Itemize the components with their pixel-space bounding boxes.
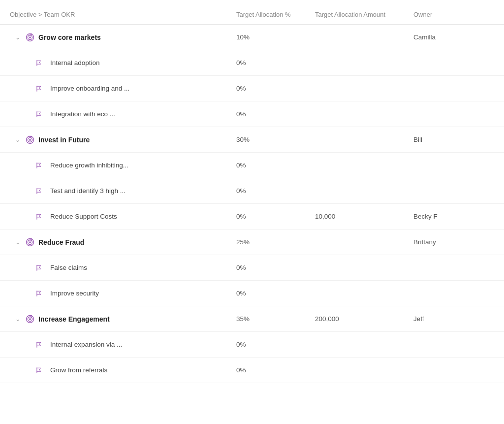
- kr-label: Grow from referrals: [50, 366, 107, 374]
- kr-flag-icon: [35, 111, 42, 118]
- header-objective: Objective > Team OKR: [10, 11, 236, 18]
- alloc-amount-cell: [315, 107, 413, 121]
- kr-flag-icon: [35, 188, 42, 195]
- kr-name-cell: Internal adoption: [10, 52, 236, 73]
- svg-point-14: [29, 241, 31, 243]
- kr-name-cell: Internal expansion via ...: [10, 334, 236, 355]
- chevron-icon[interactable]: ⌄: [14, 239, 22, 246]
- objective-icon: [26, 315, 34, 324]
- header-owner: Owner: [413, 11, 494, 18]
- kr-label: Reduce growth inhibiting...: [50, 162, 128, 169]
- kr-name-cell: Improve security: [10, 283, 236, 304]
- objective-label: Invest in Future: [38, 136, 90, 144]
- objective-icon: [26, 135, 34, 144]
- owner-cell: Bill: [413, 129, 494, 150]
- alloc-amount-cell: [315, 363, 413, 377]
- alloc-amount-cell: [315, 82, 413, 96]
- alloc-pct-cell: 0%: [236, 359, 315, 381]
- svg-point-8: [29, 139, 31, 141]
- objective-row: ⌄ Invest in Future 30% Bill: [0, 127, 504, 153]
- kr-row: Improve security 0%: [0, 281, 504, 306]
- alloc-pct-cell: 0%: [236, 334, 315, 355]
- owner-cell: Becky F: [413, 206, 494, 227]
- alloc-amount-cell: [315, 31, 413, 44]
- kr-name-cell: Reduce growth inhibiting...: [10, 155, 236, 176]
- svg-point-2: [29, 36, 31, 38]
- chevron-icon[interactable]: ⌄: [14, 316, 22, 323]
- alloc-amount-cell: 10,000: [315, 206, 413, 227]
- kr-label: Integration with eco ...: [50, 110, 115, 118]
- kr-row: Integration with eco ... 0%: [0, 101, 504, 127]
- owner-cell: Jeff: [413, 308, 494, 329]
- objective-name-cell: ⌄ Grow core markets: [10, 26, 236, 49]
- chevron-icon[interactable]: ⌄: [14, 34, 22, 41]
- objective-label: Reduce Fraud: [38, 238, 84, 246]
- alloc-pct-cell: 0%: [236, 155, 315, 176]
- kr-name-cell: Integration with eco ...: [10, 103, 236, 125]
- kr-row: Reduce growth inhibiting... 0%: [0, 153, 504, 178]
- alloc-amount-cell: [315, 133, 413, 147]
- owner-cell: [413, 287, 494, 300]
- kr-label: Test and identify 3 high ...: [50, 187, 126, 195]
- alloc-pct-cell: 10%: [236, 27, 315, 48]
- table-body: ⌄ Grow core markets 10% Camilla Internal…: [0, 25, 504, 383]
- owner-cell: [413, 363, 494, 377]
- alloc-pct-cell: 0%: [236, 206, 315, 227]
- objective-icon: [26, 33, 34, 42]
- chevron-icon[interactable]: ⌄: [14, 136, 22, 143]
- kr-row: False claims 0%: [0, 255, 504, 281]
- objective-row: ⌄ Increase Engagement 35% 200,000 Jeff: [0, 306, 504, 332]
- kr-label: Reduce Support Costs: [50, 213, 117, 220]
- kr-name-cell: Improve onboarding and ...: [10, 78, 236, 99]
- kr-name-cell: Grow from referrals: [10, 359, 236, 381]
- header-alloc-amount: Target Allocation Amount: [315, 11, 413, 18]
- alloc-amount-cell: [315, 338, 413, 352]
- alloc-amount-cell: [315, 235, 413, 249]
- table-header: Objective > Team OKR Target Allocation %…: [0, 5, 504, 25]
- alloc-amount-cell: [315, 184, 413, 198]
- alloc-pct-cell: 0%: [236, 103, 315, 125]
- alloc-pct-cell: 25%: [236, 231, 315, 253]
- owner-cell: [413, 184, 494, 198]
- owner-cell: [413, 82, 494, 96]
- objective-icon: [26, 238, 34, 247]
- objective-name-cell: ⌄ Invest in Future: [10, 129, 236, 151]
- header-alloc-pct: Target Allocation %: [236, 11, 315, 18]
- kr-label: Internal expansion via ...: [50, 341, 122, 348]
- owner-cell: [413, 56, 494, 70]
- owner-cell: [413, 107, 494, 121]
- alloc-pct-cell: 0%: [236, 78, 315, 99]
- alloc-amount-cell: [315, 159, 413, 172]
- kr-label: Internal adoption: [50, 59, 100, 66]
- okr-table: Objective > Team OKR Target Allocation %…: [0, 0, 504, 424]
- alloc-pct-cell: 0%: [236, 180, 315, 201]
- kr-label: False claims: [50, 264, 87, 271]
- alloc-pct-cell: 0%: [236, 257, 315, 278]
- kr-row: Internal expansion via ... 0%: [0, 332, 504, 358]
- kr-row: Internal adoption 0%: [0, 50, 504, 76]
- owner-cell: [413, 338, 494, 352]
- objective-name-cell: ⌄ Reduce Fraud: [10, 231, 236, 254]
- objective-row: ⌄ Reduce Fraud 25% Brittany: [0, 229, 504, 255]
- objective-row: ⌄ Grow core markets 10% Camilla: [0, 25, 504, 50]
- kr-flag-icon: [35, 60, 42, 66]
- alloc-pct-cell: 35%: [236, 308, 315, 329]
- owner-cell: Camilla: [413, 27, 494, 48]
- alloc-pct-cell: 0%: [236, 283, 315, 304]
- kr-label: Improve security: [50, 290, 99, 297]
- kr-row: Test and identify 3 high ... 0%: [0, 178, 504, 204]
- alloc-amount-cell: [315, 287, 413, 300]
- kr-flag-icon: [35, 264, 42, 271]
- alloc-amount-cell: [315, 261, 413, 275]
- alloc-pct-cell: 30%: [236, 129, 315, 150]
- objective-label: Increase Engagement: [38, 315, 110, 323]
- kr-name-cell: Test and identify 3 high ...: [10, 180, 236, 201]
- owner-cell: [413, 261, 494, 275]
- kr-name-cell: Reduce Support Costs: [10, 206, 236, 227]
- alloc-amount-cell: [315, 56, 413, 70]
- kr-row: Grow from referrals 0%: [0, 358, 504, 383]
- kr-flag-icon: [35, 213, 42, 220]
- svg-point-20: [29, 318, 31, 320]
- kr-name-cell: False claims: [10, 257, 236, 278]
- alloc-pct-cell: 0%: [236, 52, 315, 73]
